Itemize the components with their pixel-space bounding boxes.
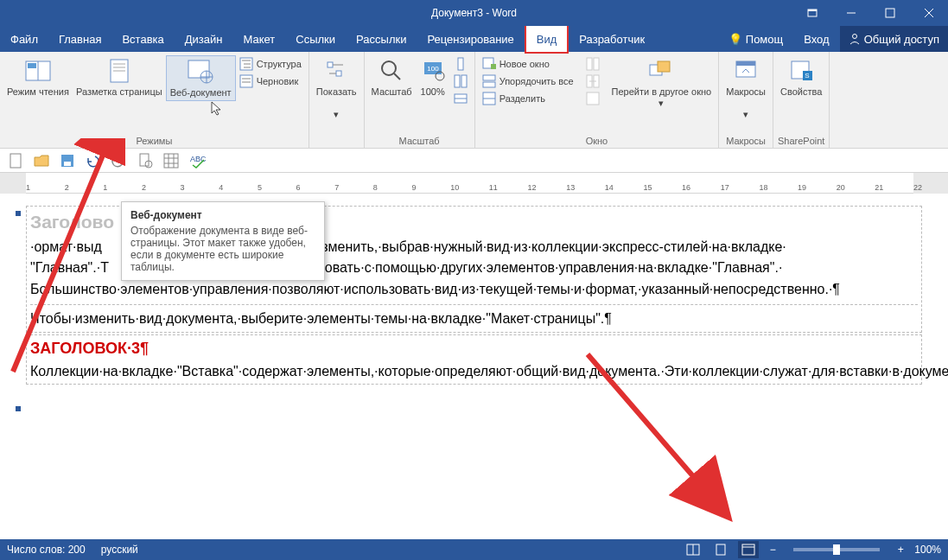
macros-icon	[732, 57, 760, 85]
read-mode-icon	[24, 57, 52, 85]
side-icon	[586, 57, 600, 71]
web-layout-button[interactable]: Веб-документ	[166, 55, 236, 101]
heading-3: ЗАГОЛОВОК·3¶	[30, 337, 918, 361]
svg-rect-25	[328, 62, 333, 67]
tab-references[interactable]: Ссылки	[285, 26, 346, 52]
tab-insert[interactable]: Вставка	[111, 26, 174, 52]
signin[interactable]: Вход	[793, 26, 839, 52]
tab-design[interactable]: Дизайн	[175, 26, 233, 52]
close-button[interactable]	[909, 0, 948, 26]
group-views: Режим чтения Разметка страницы Веб-докум…	[0, 52, 309, 148]
zoom-100-button[interactable]: 100 100%	[416, 55, 450, 99]
page-width-button[interactable]	[450, 90, 471, 107]
window-title: Документ3 - Word	[431, 7, 517, 19]
properties-button[interactable]: S Свойства	[777, 55, 825, 99]
show-icon	[322, 57, 350, 85]
statusbar: Число слов: 200 русский − + 100%	[0, 539, 948, 560]
print-layout-icon	[105, 57, 133, 85]
draft-button[interactable]: Черновик	[236, 73, 305, 90]
svg-rect-49	[587, 92, 599, 105]
multi-page-icon	[454, 74, 468, 88]
quick-access-toolbar: ABC	[0, 149, 948, 173]
group-show: Показать▾	[309, 52, 365, 148]
print-preview-icon[interactable]	[137, 152, 154, 169]
new-window-button[interactable]: Новое окно	[479, 55, 577, 73]
svg-text:100: 100	[427, 65, 439, 73]
svg-text:ABC: ABC	[190, 155, 206, 163]
maximize-button[interactable]	[870, 0, 909, 26]
svg-rect-35	[455, 75, 460, 87]
zoom-level[interactable]: 100%	[914, 544, 941, 556]
svg-rect-1	[808, 10, 817, 11]
zoom-thumb[interactable]	[833, 544, 840, 555]
group-macros: Макросы▾ Макросы	[719, 52, 773, 148]
web-layout-view-icon[interactable]	[738, 541, 759, 558]
reset-pos-button[interactable]	[582, 90, 603, 107]
svg-line-68	[13, 147, 106, 372]
zoom-slider[interactable]	[793, 548, 880, 551]
one-page-button[interactable]	[450, 55, 471, 73]
read-mode-button[interactable]: Режим чтения	[3, 55, 73, 99]
tab-review[interactable]: Рецензирование	[417, 26, 524, 52]
cursor-icon	[211, 101, 223, 117]
svg-rect-72	[716, 544, 725, 555]
tab-layout[interactable]: Макет	[232, 26, 285, 52]
table-icon[interactable]	[162, 152, 180, 169]
tell-me[interactable]: 💡Помощ	[718, 26, 793, 52]
svg-rect-9	[28, 63, 36, 68]
tab-developer[interactable]: Разработчик	[569, 26, 655, 52]
svg-rect-36	[461, 75, 467, 87]
minimize-button[interactable]	[831, 0, 870, 26]
print-layout-button[interactable]: Разметка страницы	[73, 55, 166, 99]
properties-icon: S	[787, 57, 815, 85]
ribbon-display-icon[interactable]	[792, 0, 831, 26]
sync-scroll-button[interactable]	[582, 73, 603, 90]
paragraph-3: Коллекции·на·вкладке·"Вставка"·содержат·…	[30, 361, 918, 383]
word-count[interactable]: Число слов: 200	[7, 544, 86, 556]
group-sharepoint: S Свойства SharePoint	[773, 52, 830, 148]
zoom-out-button[interactable]: −	[766, 544, 779, 556]
share-button[interactable]: Общий доступ	[840, 26, 948, 52]
print-layout-view-icon[interactable]	[710, 541, 731, 558]
outline-button[interactable]: Структура	[236, 55, 305, 73]
view-side-button[interactable]	[582, 55, 603, 73]
outline-icon	[239, 57, 253, 71]
zoom-icon	[378, 57, 405, 85]
macros-button[interactable]: Макросы▾	[722, 55, 769, 123]
ribbon: Режим чтения Разметка страницы Веб-докум…	[0, 52, 948, 149]
svg-rect-26	[336, 71, 341, 76]
zoom-button[interactable]: Масштаб	[368, 55, 416, 99]
group-window: Новое окно Упорядочить все Разделить Пер…	[475, 52, 720, 148]
arrange-all-button[interactable]: Упорядочить все	[479, 73, 577, 90]
tab-view[interactable]: Вид	[525, 24, 569, 54]
tab-mailings[interactable]: Рассылки	[346, 26, 417, 52]
zoom-in-button[interactable]: +	[894, 544, 907, 556]
tooltip-web-layout: Веб-документ Отображение документа в вид…	[121, 201, 325, 281]
paragraph-2: Чтобы·изменить·вид·документа,·выберите·э…	[30, 309, 918, 330]
svg-point-29	[382, 61, 396, 75]
multi-page-button[interactable]	[450, 73, 471, 90]
tooltip-title: Веб-документ	[130, 209, 315, 221]
svg-text:S: S	[805, 72, 810, 80]
show-button[interactable]: Показать▾	[313, 55, 360, 123]
svg-rect-41	[483, 75, 495, 80]
svg-rect-45	[587, 58, 592, 70]
svg-rect-22	[240, 75, 252, 87]
svg-rect-46	[594, 58, 599, 70]
tab-file[interactable]: Файл	[0, 26, 48, 52]
svg-rect-60	[140, 154, 149, 166]
reset-icon	[586, 92, 600, 105]
language[interactable]: русский	[101, 544, 138, 556]
read-mode-view-icon[interactable]	[683, 541, 703, 558]
draft-icon	[239, 74, 253, 88]
spelling-icon[interactable]: ABC	[188, 152, 206, 169]
svg-rect-62	[164, 154, 178, 168]
split-button[interactable]: Разделить	[479, 90, 577, 107]
ruler[interactable]: 1212345678910111213141516171819202122	[0, 173, 948, 194]
sync-icon	[586, 74, 600, 88]
switch-icon	[647, 57, 675, 85]
group-zoom: Масштаб 100 100% Масштаб	[365, 52, 475, 148]
switch-windows-button[interactable]: Перейти в другое окно ▾	[608, 55, 716, 111]
tooltip-body: Отображение документа в виде веб-страниц…	[130, 225, 315, 273]
tab-home[interactable]: Главная	[48, 26, 111, 52]
